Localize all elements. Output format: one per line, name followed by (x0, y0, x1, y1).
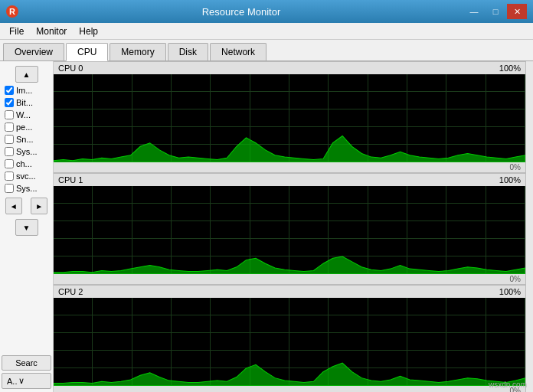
chart-title-cpu2: CPU 2 (58, 287, 83, 296)
process-label-7: svc... (16, 172, 36, 181)
process-label-5: Sys... (16, 147, 38, 156)
search-button[interactable]: Searc (2, 355, 51, 371)
process-list: Im...Bit...W...pe...Sn...Sys...ch...svc.… (2, 84, 51, 194)
charts-area: CPU 0100%0%CPU 1100%0%CPU 2100%0%CPU 310… (54, 61, 533, 392)
chart-min-cpu1: 0% (510, 275, 521, 283)
process-item-4[interactable]: Sn... (2, 133, 51, 145)
chart-bottom-cpu0: 0% (54, 162, 525, 173)
maximize-button[interactable]: □ (486, 4, 505, 19)
process-checkbox-2[interactable] (5, 110, 14, 119)
chart-container-cpu1: CPU 1100%0% (54, 173, 525, 285)
chart-container-cpu0: CPU 0100%0% (54, 61, 525, 173)
tab-overview[interactable]: Overview (3, 43, 64, 60)
window-controls: — □ ✕ (464, 4, 527, 19)
process-label-2: W... (16, 110, 31, 119)
chart-bottom-cpu2: 0% (54, 386, 525, 392)
chart-min-cpu0: 0% (510, 163, 521, 172)
chart-label-cpu1: CPU 1100% (54, 173, 525, 186)
chart-max-cpu1: 100% (499, 175, 521, 185)
process-label-1: Bit... (16, 98, 33, 107)
cpu-charts-panel[interactable]: CPU 0100%0%CPU 1100%0%CPU 2100%0%CPU 310… (54, 61, 525, 392)
process-item-8[interactable]: Sys... (2, 182, 51, 194)
menu-help[interactable]: Help (73, 24, 104, 38)
title-bar: R Resource Monitor — □ ✕ (0, 0, 533, 23)
chart-bottom-cpu1: 0% (54, 274, 525, 285)
process-item-2[interactable]: W... (2, 109, 51, 121)
menu-monitor[interactable]: Monitor (30, 24, 73, 38)
process-label-3: pe... (16, 122, 32, 132)
app-icon: R (6, 5, 18, 18)
vertical-scrollbar[interactable] (525, 61, 533, 392)
chart-svg-cpu1 (54, 186, 525, 274)
main-content: ▲ Im...Bit...W...pe...Sn...Sys...ch...sv… (0, 61, 533, 392)
process-checkbox-8[interactable] (5, 184, 14, 193)
scroll-right-button[interactable]: ► (31, 198, 47, 214)
window-title: Resource Monitor (18, 6, 464, 18)
chart-title-cpu0: CPU 0 (58, 64, 83, 73)
process-item-3[interactable]: pe... (2, 121, 51, 133)
sort-az-arrow: ∨ (18, 376, 25, 386)
watermark: wsxdn.com (489, 381, 527, 389)
left-panel: ▲ Im...Bit...W...pe...Sn...Sys...ch...sv… (0, 61, 54, 392)
process-label-8: Sys... (16, 184, 38, 193)
process-checkbox-1[interactable] (5, 98, 14, 107)
scroll-left-button[interactable]: ◄ (5, 198, 22, 214)
scroll-up-button[interactable]: ▲ (15, 66, 38, 83)
chart-svg-cpu2 (54, 298, 525, 386)
process-checkbox-3[interactable] (5, 122, 14, 132)
process-label-0: Im... (16, 86, 32, 95)
tab-memory[interactable]: Memory (110, 43, 165, 60)
left-panel-controls: Searc A.. ∨ (2, 355, 51, 389)
scroll-down-button[interactable]: ▼ (15, 219, 38, 236)
sort-az-button[interactable]: A.. ∨ (2, 373, 51, 389)
process-item-6[interactable]: ch... (2, 158, 51, 170)
process-item-0[interactable]: Im... (2, 84, 51, 96)
chart-max-cpu0: 100% (499, 64, 521, 73)
process-item-5[interactable]: Sys... (2, 145, 51, 158)
tab-bar: Overview CPU Memory Disk Network (0, 40, 533, 61)
close-button[interactable]: ✕ (507, 4, 527, 19)
chart-max-cpu2: 100% (499, 287, 521, 296)
chart-label-cpu2: CPU 2100% (54, 285, 525, 298)
chart-container-cpu2: CPU 2100%0% (54, 285, 525, 392)
menu-bar: File Monitor Help (0, 23, 533, 40)
process-checkbox-5[interactable] (5, 147, 14, 156)
chart-area-cpu0 (54, 74, 525, 162)
process-checkbox-0[interactable] (5, 86, 14, 95)
menu-file[interactable]: File (3, 24, 30, 38)
chart-svg-cpu0 (54, 74, 525, 162)
process-label-4: Sn... (16, 135, 34, 144)
process-checkbox-4[interactable] (5, 135, 14, 144)
process-item-1[interactable]: Bit... (2, 96, 51, 109)
process-checkbox-7[interactable] (5, 172, 14, 181)
process-item-7[interactable]: svc... (2, 170, 51, 182)
chart-area-cpu2 (54, 298, 525, 386)
minimize-button[interactable]: — (464, 4, 484, 19)
tab-network[interactable]: Network (210, 43, 266, 60)
process-checkbox-6[interactable] (5, 159, 14, 168)
chart-title-cpu1: CPU 1 (58, 175, 83, 185)
process-label-6: ch... (16, 159, 32, 168)
tab-disk[interactable]: Disk (168, 43, 208, 60)
chart-label-cpu0: CPU 0100% (54, 61, 525, 74)
tab-cpu[interactable]: CPU (66, 43, 108, 61)
chart-area-cpu1 (54, 186, 525, 274)
sort-az-label: A.. (7, 377, 17, 386)
